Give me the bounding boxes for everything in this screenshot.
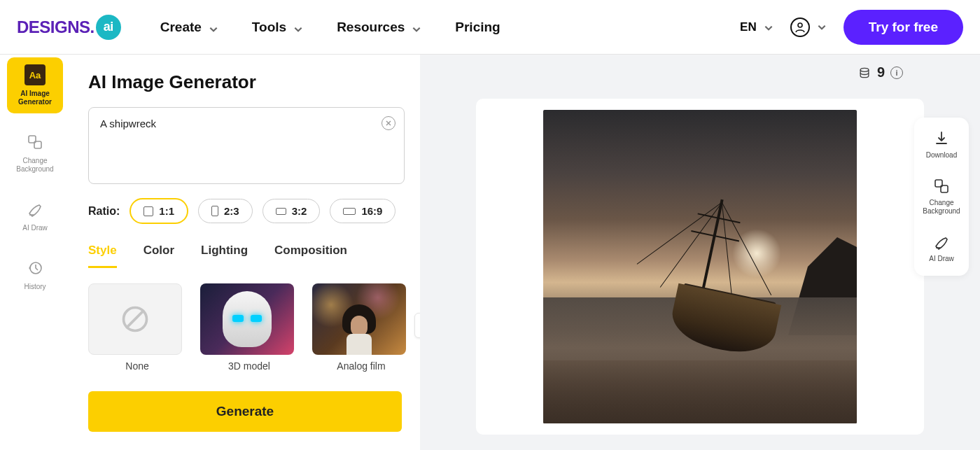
info-icon[interactable]: i	[890, 66, 903, 79]
prompt-input[interactable]	[100, 118, 363, 141]
chevron-down-icon	[817, 22, 827, 32]
chevron-down-icon	[412, 22, 421, 32]
wide-icon	[343, 208, 356, 215]
nav-label: Create	[160, 20, 202, 35]
style-none[interactable]: None	[88, 283, 186, 372]
generated-image[interactable]	[543, 110, 857, 423]
ratio-1-1[interactable]: 1:1	[130, 198, 188, 224]
main-nav: Create Tools Resources Pricing	[160, 20, 500, 35]
sidebar-item-ai-draw[interactable]: AI Draw	[7, 192, 63, 239]
nav-label: Pricing	[455, 20, 500, 35]
credits-indicator[interactable]: 9 i	[858, 64, 903, 80]
sidebar-item-change-background[interactable]: Change Background	[7, 125, 63, 181]
generate-button[interactable]: Generate	[88, 391, 402, 432]
avatar-icon	[790, 17, 810, 37]
chevron-down-icon	[764, 22, 774, 32]
tab-color[interactable]: Color	[144, 244, 174, 268]
swap-icon	[24, 132, 46, 153]
logo-badge: ai	[96, 15, 121, 40]
square-icon	[144, 206, 153, 216]
svg-point-0	[798, 23, 802, 27]
ratio-text: 2:3	[224, 205, 239, 217]
nav-tools[interactable]: Tools	[252, 20, 303, 35]
control-panel: AI Image Generator Ratio: 1:1 2:3 3:2	[70, 55, 420, 450]
chevron-down-icon	[293, 22, 303, 32]
rb-label: Change Background	[918, 199, 965, 216]
generate-wrap: Generate	[88, 391, 420, 432]
right-toolbar: Download Change Background AI Draw	[914, 118, 969, 276]
main: Aa AI Image Generator Change Background …	[0, 55, 980, 450]
header: DESIGNS. ai Create Tools Resources Prici…	[0, 0, 980, 55]
tab-lighting[interactable]: Lighting	[201, 244, 248, 268]
tab-style[interactable]: Style	[88, 244, 117, 268]
none-icon	[120, 304, 150, 335]
logo[interactable]: DESIGNS. ai	[17, 15, 121, 40]
rb-label: AI Draw	[929, 255, 954, 263]
ratio-text: 1:1	[159, 205, 174, 217]
svg-point-6	[860, 68, 869, 71]
ai-draw-button[interactable]: AI Draw	[918, 234, 965, 263]
ratio-3-2[interactable]: 3:2	[262, 199, 321, 223]
sidebar-label: AI Image Generator	[10, 90, 60, 106]
portrait-icon	[211, 206, 218, 216]
style-label: 3D model	[200, 360, 298, 372]
svg-line-5	[126, 310, 144, 328]
ratio-16-9[interactable]: 16:9	[330, 199, 396, 223]
history-icon	[24, 258, 46, 279]
options-tabs: Style Color Lighting Composition	[88, 244, 420, 268]
swap-icon	[933, 178, 950, 195]
tab-composition[interactable]: Composition	[274, 244, 347, 268]
sidebar-item-ai-image-generator[interactable]: Aa AI Image Generator	[7, 57, 63, 113]
canvas-card	[476, 99, 924, 435]
nav-resources[interactable]: Resources	[337, 20, 421, 35]
sidebar-label: History	[24, 283, 46, 291]
coins-icon	[858, 66, 872, 80]
account-menu[interactable]	[790, 17, 827, 37]
landscape-icon	[276, 208, 286, 215]
lang-label: EN	[740, 20, 757, 34]
person-illustration	[340, 304, 379, 355]
logo-text: DESIGNS.	[17, 17, 94, 37]
download-button[interactable]: Download	[918, 130, 965, 160]
try-for-free-button[interactable]: Try for free	[844, 10, 963, 45]
sidebar-item-history[interactable]: History	[7, 251, 63, 298]
nav-pricing[interactable]: Pricing	[455, 20, 500, 35]
change-background-button[interactable]: Change Background	[918, 178, 965, 216]
style-label: None	[88, 360, 186, 372]
style-thumb	[312, 283, 406, 355]
chevron-down-icon	[209, 22, 218, 32]
style-thumb	[88, 283, 182, 355]
ratio-row: Ratio: 1:1 2:3 3:2 16:9	[88, 198, 420, 224]
style-analog-film[interactable]: Analog film	[312, 283, 410, 372]
canvas-area: 9 i	[420, 55, 980, 450]
ratio-text: 16:9	[361, 205, 382, 217]
style-label: Analog film	[312, 360, 410, 372]
style-3d-model[interactable]: 3D model	[200, 283, 298, 372]
page-title: AI Image Generator	[88, 71, 420, 93]
pen-icon	[24, 199, 46, 220]
sidebar-label: Change Background	[10, 157, 60, 174]
language-selector[interactable]: EN	[740, 20, 774, 34]
download-icon	[933, 130, 950, 147]
style-thumb	[200, 283, 294, 355]
ratio-label: Ratio:	[88, 205, 120, 218]
nav-label: Resources	[337, 20, 405, 35]
rb-label: Download	[926, 151, 957, 160]
sidebar-label: AI Draw	[22, 224, 48, 232]
nav-create[interactable]: Create	[160, 20, 218, 35]
ratio-text: 3:2	[292, 205, 307, 217]
pen-icon	[933, 234, 950, 251]
styles-row: None 3D model Analog film	[88, 283, 420, 372]
clear-prompt-button[interactable]	[382, 116, 396, 130]
nav-label: Tools	[252, 20, 286, 35]
ratio-2-3[interactable]: 2:3	[198, 199, 253, 223]
sidebar: Aa AI Image Generator Change Background …	[0, 55, 70, 450]
prompt-box[interactable]	[88, 107, 405, 184]
robot-illustration	[223, 291, 272, 347]
text-style-icon: Aa	[24, 64, 46, 85]
header-right: EN Try for free	[740, 10, 963, 45]
credits-count: 9	[877, 64, 885, 80]
